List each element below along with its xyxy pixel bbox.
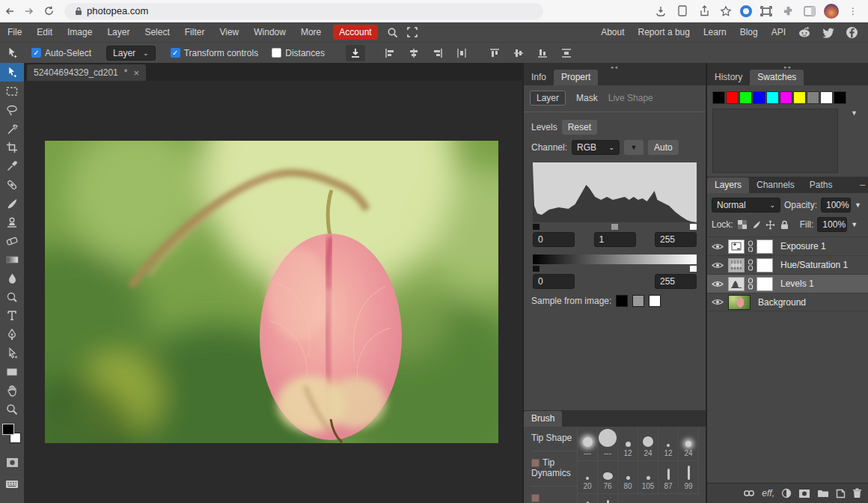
lock-position-icon[interactable] [765, 219, 776, 230]
extra-dynamics-section[interactable] [531, 493, 577, 503]
input-levels-slider[interactable] [533, 223, 697, 231]
link-chain-icon[interactable] [748, 259, 754, 271]
keyboard-shortcuts-icon[interactable] [0, 475, 24, 493]
layer-mask-thumbnail[interactable] [757, 240, 773, 254]
menu-edit[interactable]: Edit [29, 27, 60, 37]
quick-mask-icon[interactable] [0, 453, 24, 472]
opacity-dropdown-icon[interactable]: ▼ [855, 201, 861, 209]
brush-preset[interactable] [578, 494, 598, 503]
levels-histogram[interactable] [533, 162, 697, 222]
subtab-mask[interactable]: Mask [576, 93, 598, 103]
tip-dynamics-checkbox[interactable] [531, 459, 540, 467]
blend-mode-dropdown[interactable]: Normal ⌄ [712, 198, 780, 213]
extensions-puzzle-icon[interactable] [780, 4, 795, 19]
tab-swatches[interactable]: Swatches [750, 70, 804, 85]
tab-history[interactable]: History [707, 70, 750, 85]
layer-effects-icon[interactable]: eff, [762, 488, 774, 499]
account-button[interactable]: Account [333, 25, 377, 40]
subtab-layer[interactable]: Layer [530, 91, 566, 106]
brush-preset[interactable]: 87 [658, 461, 679, 494]
sample-gray-eyedropper[interactable] [632, 295, 644, 307]
color-swatch[interactable] [780, 91, 792, 104]
input-low-field[interactable]: 0 [533, 232, 575, 247]
auto-select-checkbox[interactable]: ✓ Auto-Select [31, 48, 91, 58]
menu-window[interactable]: Window [246, 27, 293, 37]
brush-preset[interactable]: --- [578, 428, 598, 461]
layer-mask-thumbnail[interactable] [757, 277, 773, 291]
browser-reload-icon[interactable] [39, 1, 58, 21]
layer-row-levels[interactable]: Levels 1 [707, 274, 868, 293]
link-chain-icon[interactable] [748, 240, 754, 252]
extra-dynamics-checkbox[interactable] [531, 494, 540, 502]
link-chain-icon[interactable] [748, 278, 754, 290]
link-layers-icon[interactable] [743, 490, 755, 497]
tab-channels[interactable]: Channels [749, 177, 802, 193]
facebook-icon[interactable] [842, 26, 862, 39]
brush-preset[interactable]: 80 [618, 461, 638, 494]
align-center-h-icon[interactable] [406, 46, 422, 61]
collapse-panel-icon[interactable]: ▸◂ [707, 64, 868, 70]
collapse-layers-icon[interactable]: – [860, 180, 865, 190]
blur-tool[interactable] [0, 269, 24, 287]
background-layer-thumbnail[interactable] [728, 295, 751, 310]
color-swatch[interactable] [753, 91, 765, 104]
menu-view[interactable]: View [212, 27, 246, 37]
align-bottom-icon[interactable] [534, 46, 551, 61]
opacity-field[interactable]: 100% [821, 198, 851, 213]
layer-row-exposure[interactable]: Exposure 1 [707, 237, 868, 255]
lock-pixels-icon[interactable] [751, 219, 762, 230]
brush-preset[interactable]: 20 [578, 461, 598, 494]
tab-layers[interactable]: Layers [707, 177, 749, 193]
color-swatch[interactable] [766, 91, 779, 104]
brush-tool[interactable] [0, 194, 24, 213]
lock-transparency-icon[interactable] [737, 219, 748, 230]
foreground-background-colors[interactable] [0, 423, 24, 450]
side-panel-icon[interactable] [802, 4, 817, 19]
brush-preset[interactable]: 12 [618, 428, 638, 461]
twitter-icon[interactable] [818, 27, 839, 38]
input-white-handle[interactable] [690, 224, 697, 230]
browser-menu-icon[interactable]: ⋮ [846, 4, 861, 19]
auto-select-target-dropdown[interactable]: Layer ⌄ [106, 46, 156, 61]
tab-info[interactable]: Info [524, 70, 554, 85]
menu-select[interactable]: Select [137, 27, 177, 37]
distribute-h-icon[interactable] [453, 46, 470, 61]
menu-image[interactable]: Image [60, 27, 100, 37]
histogram-options-button[interactable]: ▼ [624, 140, 644, 155]
brush-preset[interactable] [598, 494, 618, 503]
browser-forward-icon[interactable] [19, 1, 39, 21]
move-tool[interactable] [0, 63, 24, 82]
brush-preset[interactable]: --- [598, 428, 618, 461]
link-learn[interactable]: Learn [698, 27, 732, 37]
link-api[interactable]: API [766, 27, 791, 37]
brush-preset[interactable]: 24 [679, 428, 699, 461]
distances-checkbox[interactable]: Distances [272, 48, 325, 58]
layer-name[interactable]: Hue/Saturation 1 [776, 260, 848, 270]
eyedropper-tool[interactable] [0, 156, 24, 175]
color-swatch[interactable] [820, 91, 833, 104]
search-icon[interactable] [382, 27, 403, 38]
visibility-eye-icon[interactable] [710, 243, 725, 251]
dodge-burn-tool[interactable] [0, 287, 24, 306]
adjustment-layer-icon[interactable] [781, 488, 792, 499]
document-tab[interactable]: 52404694329_cd201* × [27, 64, 146, 81]
magic-wand-tool[interactable] [0, 119, 24, 138]
onepassword-extension-icon[interactable] [740, 5, 752, 17]
reddit-icon[interactable] [794, 26, 815, 38]
tab-brush[interactable]: Brush [524, 411, 562, 427]
browser-back-icon[interactable] [0, 1, 19, 21]
layer-name[interactable]: Levels 1 [776, 278, 814, 289]
gradient-tool[interactable] [0, 250, 24, 269]
layer-name[interactable]: Exposure 1 [776, 241, 826, 252]
rectangle-select-tool[interactable] [0, 82, 24, 100]
color-swatch[interactable] [807, 91, 819, 104]
color-swatch[interactable] [834, 91, 846, 104]
exposure-adjustment-icon[interactable] [728, 240, 745, 254]
lock-all-icon[interactable] [780, 219, 790, 230]
delete-layer-trash-icon[interactable] [852, 488, 862, 499]
eraser-tool[interactable] [0, 231, 24, 250]
screen-capture-extension-icon[interactable] [759, 4, 774, 19]
download-status-icon[interactable] [653, 4, 668, 19]
page-icon[interactable] [675, 4, 690, 19]
brush-preset[interactable]: 105 [638, 461, 658, 494]
